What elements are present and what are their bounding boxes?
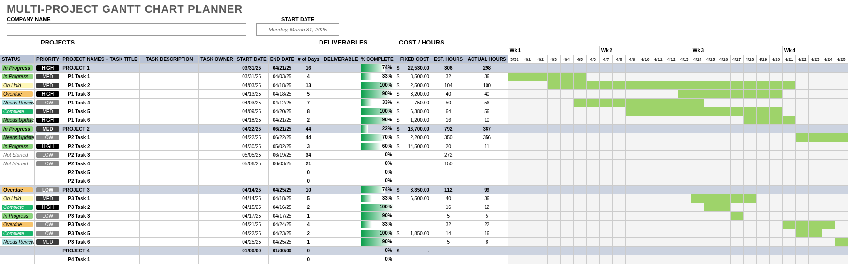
row-name[interactable]: PROJECT 3: [61, 186, 140, 194]
row-name[interactable]: P1 Task 1: [61, 73, 140, 81]
percent-complete[interactable]: 33%: [361, 99, 394, 107]
percent-complete[interactable]: 100%: [361, 203, 394, 212]
row-name[interactable]: P2 Task 3: [61, 151, 140, 160]
row-name[interactable]: P2 Task 2: [61, 142, 140, 151]
task-row[interactable]: P2 Task 500%: [0, 168, 848, 177]
task-row[interactable]: In ProgressLOWP3 Task 304/17/2504/17/251…: [0, 212, 848, 221]
row-name[interactable]: P1 Task 4: [61, 99, 140, 107]
row-name[interactable]: P1 Task 5: [61, 107, 140, 116]
status-pill[interactable]: In Progress: [2, 213, 33, 219]
task-row[interactable]: Needs ReviewMEDP3 Task 604/25/2504/25/25…: [0, 238, 848, 247]
priority-pill[interactable]: MED: [36, 239, 59, 245]
row-name[interactable]: P3 Task 5: [61, 229, 140, 238]
row-name[interactable]: P2 Task 4: [61, 160, 140, 168]
priority-pill[interactable]: LOW: [36, 222, 59, 227]
task-row[interactable]: Not StartedLOWP2 Task 305/05/2506/19/253…: [0, 151, 848, 160]
percent-complete[interactable]: 100%: [361, 107, 394, 116]
row-name[interactable]: P1 Task 6: [61, 116, 140, 125]
status-pill[interactable]: In Progress: [2, 65, 33, 71]
task-row[interactable]: OverdueLOWP3 Task 404/21/2504/24/25433%3…: [0, 221, 848, 229]
task-row[interactable]: Needs UpdateHIGHP1 Task 604/18/2504/21/2…: [0, 116, 848, 125]
percent-complete[interactable]: 74%: [361, 186, 394, 194]
status-pill[interactable]: Complete: [2, 231, 33, 236]
status-pill[interactable]: In Progress: [2, 74, 33, 79]
task-row[interactable]: On HoldMEDP3 Task 104/14/2504/18/25533%$…: [0, 194, 848, 203]
priority-pill[interactable]: HIGH: [36, 144, 59, 149]
priority-pill[interactable]: LOW: [36, 187, 59, 192]
status-pill[interactable]: In Progress: [2, 126, 33, 132]
priority-pill[interactable]: MED: [36, 83, 59, 88]
row-name[interactable]: P2 Task 5: [61, 168, 140, 177]
row-name[interactable]: P3 Task 2: [61, 203, 140, 212]
priority-pill[interactable]: LOW: [36, 135, 59, 140]
percent-complete[interactable]: 90%: [361, 212, 394, 221]
status-pill[interactable]: In Progress: [2, 144, 33, 149]
priority-pill[interactable]: MED: [36, 196, 59, 201]
priority-pill[interactable]: HIGH: [36, 65, 59, 71]
task-row[interactable]: Needs UpdateLOWP2 Task 104/22/2506/22/25…: [0, 133, 848, 142]
percent-complete[interactable]: 0%: [361, 255, 394, 264]
percent-complete[interactable]: 33%: [361, 221, 394, 229]
row-name[interactable]: P4 Task 1: [61, 255, 140, 264]
task-row[interactable]: On HoldMEDP1 Task 204/03/2504/18/2513100…: [0, 81, 848, 90]
status-pill[interactable]: On Hold: [2, 196, 33, 201]
priority-pill[interactable]: HIGH: [36, 91, 59, 97]
status-pill[interactable]: Needs Review: [2, 239, 33, 245]
row-name[interactable]: PROJECT 4: [61, 247, 140, 255]
percent-complete[interactable]: 0%: [361, 160, 394, 168]
task-row[interactable]: CompleteHIGHP3 Task 204/15/2504/16/25210…: [0, 203, 848, 212]
percent-complete[interactable]: 90%: [361, 116, 394, 125]
row-name[interactable]: P3 Task 1: [61, 194, 140, 203]
status-pill[interactable]: Needs Review: [2, 100, 33, 105]
percent-complete[interactable]: 0%: [361, 177, 394, 186]
percent-complete[interactable]: 0%: [361, 247, 394, 255]
status-pill[interactable]: Not Started: [2, 152, 33, 158]
status-pill[interactable]: Complete: [2, 109, 33, 114]
row-name[interactable]: P1 Task 3: [61, 90, 140, 99]
priority-pill[interactable]: LOW: [36, 152, 59, 158]
row-name[interactable]: P1 Task 2: [61, 81, 140, 90]
percent-complete[interactable]: 60%: [361, 142, 394, 151]
status-pill[interactable]: Complete: [2, 205, 33, 210]
project-row[interactable]: In ProgressMEDPROJECT 204/22/2506/21/254…: [0, 125, 848, 133]
status-pill[interactable]: Needs Update: [2, 118, 33, 123]
percent-complete[interactable]: 0%: [361, 151, 394, 160]
row-name[interactable]: PROJECT 2: [61, 125, 140, 133]
priority-pill[interactable]: LOW: [36, 100, 59, 105]
task-row[interactable]: In ProgressHIGHP2 Task 204/30/2505/02/25…: [0, 142, 848, 151]
percent-complete[interactable]: 100%: [361, 229, 394, 238]
row-name[interactable]: P2 Task 6: [61, 177, 140, 186]
status-pill[interactable]: Needs Update: [2, 135, 33, 140]
row-name[interactable]: PROJECT 1: [61, 64, 140, 73]
project-row[interactable]: In ProgressHIGHPROJECT 103/31/2504/21/25…: [0, 64, 848, 73]
percent-complete[interactable]: 33%: [361, 194, 394, 203]
percent-complete[interactable]: 0%: [361, 168, 394, 177]
priority-pill[interactable]: HIGH: [36, 205, 59, 210]
percent-complete[interactable]: 90%: [361, 238, 394, 247]
percent-complete[interactable]: 33%: [361, 73, 394, 81]
project-row[interactable]: OverdueLOWPROJECT 304/14/2504/25/251074%…: [0, 186, 848, 194]
priority-pill[interactable]: HIGH: [36, 118, 59, 123]
percent-complete[interactable]: 100%: [361, 81, 394, 90]
priority-pill[interactable]: MED: [36, 109, 59, 114]
status-pill[interactable]: Overdue: [2, 222, 33, 227]
status-pill[interactable]: On Hold: [2, 83, 33, 88]
task-row[interactable]: CompleteLOWP3 Task 504/22/2504/23/252100…: [0, 229, 848, 238]
percent-complete[interactable]: 22%: [361, 125, 394, 133]
priority-pill[interactable]: LOW: [36, 161, 59, 166]
priority-pill[interactable]: LOW: [36, 231, 59, 236]
task-row[interactable]: OverdueHIGHP1 Task 304/13/2504/18/25590%…: [0, 90, 848, 99]
company-name-input[interactable]: [7, 23, 246, 36]
task-row[interactable]: P4 Task 100%: [0, 255, 848, 264]
task-row[interactable]: P2 Task 600%: [0, 177, 848, 186]
start-date-input[interactable]: Monday, March 31, 2025: [256, 23, 339, 36]
project-row[interactable]: PROJECT 401/00/0001/00/0000%$-: [0, 247, 848, 255]
percent-complete[interactable]: 74%: [361, 64, 394, 73]
row-name[interactable]: P3 Task 3: [61, 212, 140, 221]
row-name[interactable]: P3 Task 4: [61, 221, 140, 229]
status-pill[interactable]: Overdue: [2, 187, 33, 192]
task-row[interactable]: In ProgressMEDP1 Task 103/31/2504/03/254…: [0, 73, 848, 81]
priority-pill[interactable]: MED: [36, 74, 59, 79]
priority-pill[interactable]: LOW: [36, 213, 59, 219]
task-row[interactable]: Not StartedLOWP2 Task 405/06/2506/03/252…: [0, 160, 848, 168]
